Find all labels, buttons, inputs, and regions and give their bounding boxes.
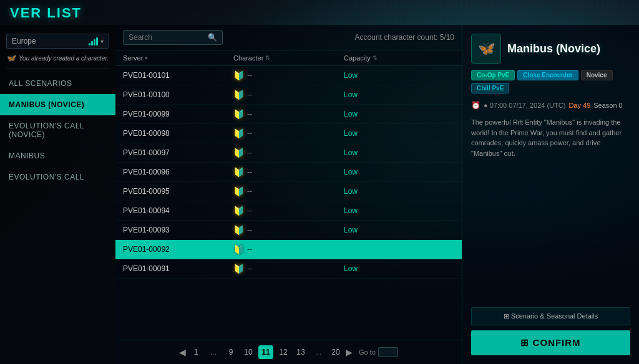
search-box[interactable]: 🔍 xyxy=(123,30,223,45)
page-btn-10[interactable]: 10 xyxy=(241,345,256,359)
sort-icon: ▾ xyxy=(145,55,148,61)
character-cell: 🔰-- xyxy=(233,167,344,177)
table-row[interactable]: PVE01-00093🔰--Low xyxy=(115,221,462,240)
character-icon: 🔰 xyxy=(233,244,244,254)
time-info: ⏰ ● 07:00 07/17, 2024 (UTC) Day 49 Seaso… xyxy=(462,98,639,113)
day-label: Day 49 xyxy=(568,102,590,109)
character-icon: 🔰 xyxy=(233,225,244,235)
page-btn-20[interactable]: 20 xyxy=(328,345,343,359)
character-icon: 🔰 xyxy=(233,128,244,138)
character-cell: 🔰-- xyxy=(233,128,344,138)
sort-icon-cap: ⇅ xyxy=(373,55,378,61)
table-row[interactable]: PVE01-00094🔰--Low xyxy=(115,201,462,221)
goto-input[interactable] xyxy=(378,347,398,357)
character-icon: 🔰 xyxy=(233,206,244,216)
page-btn-12[interactable]: 12 xyxy=(276,345,291,359)
character-cell: 🔰-- xyxy=(233,225,344,235)
time-text: ● 07:00 07/17, 2024 (UTC) xyxy=(484,102,565,109)
table-header: Server ▾ Character ⇅ Capacity ⇅ xyxy=(115,50,462,66)
capacity-value: Low xyxy=(344,148,454,157)
character-cell: 🔰-- xyxy=(233,206,344,216)
capacity-value: Low xyxy=(344,226,454,234)
server-name: PVE01-00098 xyxy=(123,129,233,138)
col-character[interactable]: Character ⇅ xyxy=(233,54,344,62)
table-row[interactable]: PVE01-00095🔰--Low xyxy=(115,182,462,201)
table-row[interactable]: PVE01-00092🔰-- xyxy=(115,240,462,259)
main-panel: 🔍 Account character count: 5/10 Server ▾… xyxy=(115,25,462,364)
season-label: Season 0 xyxy=(593,102,622,109)
server-name: PVE01-00097 xyxy=(123,148,233,157)
character-value: -- xyxy=(247,226,252,234)
character-icon: 🔰 xyxy=(233,264,244,274)
table-row[interactable]: PVE01-00096🔰--Low xyxy=(115,163,462,182)
character-icon: 🔰 xyxy=(233,90,244,100)
tag-chill: Chill PvE xyxy=(471,83,509,93)
capacity-value: Low xyxy=(344,168,454,176)
tag-encounter: Close Encounter xyxy=(517,70,578,80)
page-dots-1: ... xyxy=(206,345,221,359)
scenario-tags: Co-Op PvE Close Encounter Novice Chill P… xyxy=(462,70,639,98)
scenario-icon: 🦋 xyxy=(471,34,501,64)
confirm-button[interactable]: ⊞ CONFIRM xyxy=(471,330,630,355)
table-row[interactable]: PVE01-00099🔰--Low xyxy=(115,105,462,124)
character-value: -- xyxy=(247,148,252,157)
table-row[interactable]: PVE01-00101🔰--Low xyxy=(115,66,462,85)
server-name: PVE01-00094 xyxy=(123,206,233,215)
table-row[interactable]: PVE01-00100🔰--Low xyxy=(115,85,462,105)
capacity-value: Low xyxy=(344,206,454,215)
scenario-description: The powerful Rift Entity "Manibus" is in… xyxy=(462,113,639,216)
top-bar: 🔍 Account character count: 5/10 xyxy=(115,25,462,50)
region-selector[interactable]: Europe ▾ xyxy=(6,34,109,49)
sidebar: Europe ▾ 🦋 You already created a charact… xyxy=(0,25,115,364)
tag-novice: Novice xyxy=(581,70,613,80)
page-btn-11[interactable]: 11 xyxy=(258,345,273,359)
page-dots-2: ... xyxy=(311,345,326,359)
character-value: -- xyxy=(247,110,252,118)
capacity-value: Low xyxy=(344,90,454,99)
pagination: ◀ 1 ... 9 10 11 12 13 ... 20 ▶ Go to xyxy=(115,340,462,364)
search-icon: 🔍 xyxy=(208,33,217,42)
table-row[interactable]: PVE01-00097🔰--Low xyxy=(115,143,462,163)
prev-page-button[interactable]: ◀ xyxy=(179,347,186,357)
sidebar-item-manibus-novice[interactable]: MANIBUS (NOVICE) xyxy=(0,94,115,115)
next-page-button[interactable]: ▶ xyxy=(346,347,353,357)
sidebar-item-all-scenarios[interactable]: ALL SCENARIOS xyxy=(0,73,115,94)
character-cell: 🔰-- xyxy=(233,264,344,274)
sidebar-item-manibus[interactable]: MANIBUS xyxy=(0,145,115,166)
capacity-value: Low xyxy=(344,110,454,118)
col-server[interactable]: Server ▾ xyxy=(123,54,233,62)
capacity-value: Low xyxy=(344,264,454,273)
capacity-value: Low xyxy=(344,71,454,80)
server-name: PVE01-00091 xyxy=(123,264,233,273)
butterfly-icon: 🦋 xyxy=(6,54,16,62)
character-value: -- xyxy=(247,245,252,254)
character-cell: 🔰-- xyxy=(233,70,344,80)
character-icon: 🔰 xyxy=(233,109,244,119)
server-name: PVE01-00093 xyxy=(123,226,233,234)
character-icon: 🔰 xyxy=(233,167,244,177)
table-row[interactable]: PVE01-00098🔰--Low xyxy=(115,124,462,143)
region-label: Europe xyxy=(12,37,89,46)
char-notice: 🦋 You already created a character. xyxy=(6,54,109,62)
character-value: -- xyxy=(247,168,252,176)
right-panel: 🦋 Manibus (Novice) Co-Op PvE Close Encou… xyxy=(462,25,639,364)
chevron-down-icon: ▾ xyxy=(100,38,104,45)
col-capacity[interactable]: Capacity ⇅ xyxy=(344,54,454,62)
server-name: PVE01-00101 xyxy=(123,71,233,80)
page-btn-13[interactable]: 13 xyxy=(293,345,308,359)
sidebar-item-evolutions-call[interactable]: EVOLUTION'S CALL xyxy=(0,166,115,188)
page-title: VER LIST xyxy=(10,5,82,21)
character-value: -- xyxy=(247,187,252,196)
server-name: PVE01-00099 xyxy=(123,110,233,118)
table-row[interactable]: PVE01-00091🔰--Low xyxy=(115,259,462,279)
scenario-details-button[interactable]: ⊞ Scenario & Seasonal Details xyxy=(471,307,630,325)
server-name: PVE01-00092 xyxy=(123,245,233,254)
sidebar-item-evolutions-call-novice[interactable]: EVOLUTION'S CALL (NOVICE) xyxy=(0,115,115,145)
character-cell: 🔰-- xyxy=(233,109,344,119)
page-btn-9[interactable]: 9 xyxy=(223,345,238,359)
page-btn-1[interactable]: 1 xyxy=(188,345,203,359)
character-value: -- xyxy=(247,71,252,80)
search-input[interactable] xyxy=(129,33,205,42)
character-value: -- xyxy=(247,264,252,273)
server-name: PVE01-00096 xyxy=(123,168,233,176)
